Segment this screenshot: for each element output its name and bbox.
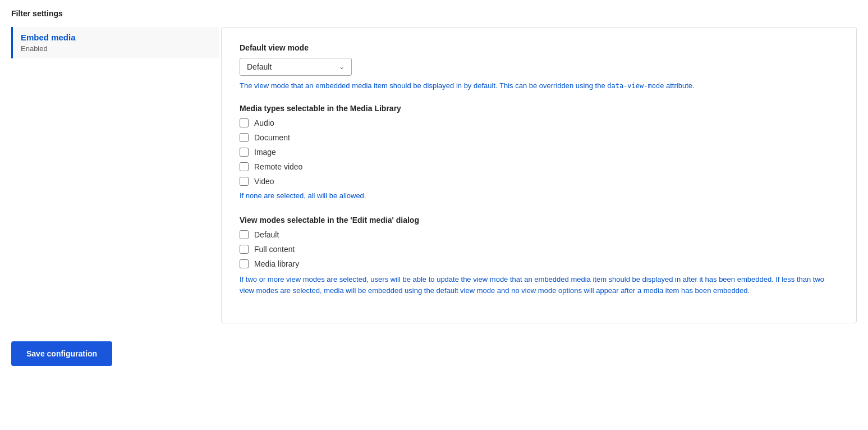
- save-configuration-button[interactable]: Save configuration: [11, 341, 112, 366]
- page-wrapper: Filter settings Embed media Enabled Defa…: [0, 0, 868, 375]
- default-mode-label: Default: [254, 230, 279, 239]
- checkbox-remote-video: Remote video: [240, 162, 838, 171]
- help-text-code: data-view-mode: [607, 82, 664, 90]
- view-modes-label: View modes selectable in the 'Edit media…: [240, 216, 838, 225]
- checkbox-image: Image: [240, 148, 838, 157]
- dropdown-selected-value: Default: [247, 62, 272, 71]
- audio-checkbox[interactable]: [240, 118, 249, 127]
- sidebar-item-status: Enabled: [21, 44, 211, 53]
- media-library-label: Media library: [254, 259, 299, 268]
- checkbox-audio: Audio: [240, 118, 838, 127]
- chevron-down-icon: ⌄: [339, 63, 345, 71]
- layout: Embed media Enabled Default view mode De…: [11, 27, 857, 323]
- document-label: Document: [254, 133, 290, 142]
- view-modes-info: If two or more view modes are selected, …: [240, 274, 838, 298]
- default-mode-checkbox[interactable]: [240, 230, 249, 239]
- media-types-checkboxes: Audio Document Image Remote video: [240, 118, 838, 186]
- checkbox-full-content: Full content: [240, 245, 838, 254]
- default-view-mode-label: Default view mode: [240, 43, 838, 52]
- default-view-mode-dropdown[interactable]: Default ⌄: [240, 58, 352, 76]
- default-view-mode-help: The view mode that an embedded media ite…: [240, 80, 838, 92]
- full-content-label: Full content: [254, 245, 295, 254]
- media-library-checkbox[interactable]: [240, 259, 249, 268]
- full-content-checkbox[interactable]: [240, 245, 249, 254]
- remote-video-label: Remote video: [254, 162, 302, 171]
- view-modes-section: View modes selectable in the 'Edit media…: [240, 216, 838, 298]
- image-label: Image: [254, 148, 276, 157]
- video-checkbox[interactable]: [240, 177, 249, 186]
- page-title: Filter settings: [11, 9, 857, 18]
- main-panel: Default view mode Default ⌄ The view mod…: [221, 27, 857, 323]
- none-note: If none are selected, all will be allowe…: [240, 191, 838, 200]
- media-types-label: Media types selectable in the Media Libr…: [240, 104, 838, 113]
- help-text-after-code: attribute.: [664, 81, 694, 90]
- checkbox-video: Video: [240, 177, 838, 186]
- dropdown-wrapper: Default ⌄: [240, 58, 838, 76]
- sidebar: Embed media Enabled: [11, 27, 219, 323]
- help-text-before-code: The view mode that an embedded media ite…: [240, 81, 607, 90]
- media-types-section: Media types selectable in the Media Libr…: [240, 104, 838, 200]
- audio-label: Audio: [254, 118, 274, 127]
- checkbox-default-mode: Default: [240, 230, 838, 239]
- sidebar-item-title: Embed media: [21, 33, 211, 42]
- video-label: Video: [254, 177, 274, 186]
- default-view-mode-section: Default view mode Default ⌄ The view mod…: [240, 43, 838, 92]
- view-modes-checkboxes: Default Full content Media library: [240, 230, 838, 268]
- checkbox-document: Document: [240, 133, 838, 142]
- sidebar-item-embed-media[interactable]: Embed media Enabled: [11, 27, 219, 58]
- document-checkbox[interactable]: [240, 133, 249, 142]
- image-checkbox[interactable]: [240, 148, 249, 157]
- checkbox-media-library: Media library: [240, 259, 838, 268]
- remote-video-checkbox[interactable]: [240, 162, 249, 171]
